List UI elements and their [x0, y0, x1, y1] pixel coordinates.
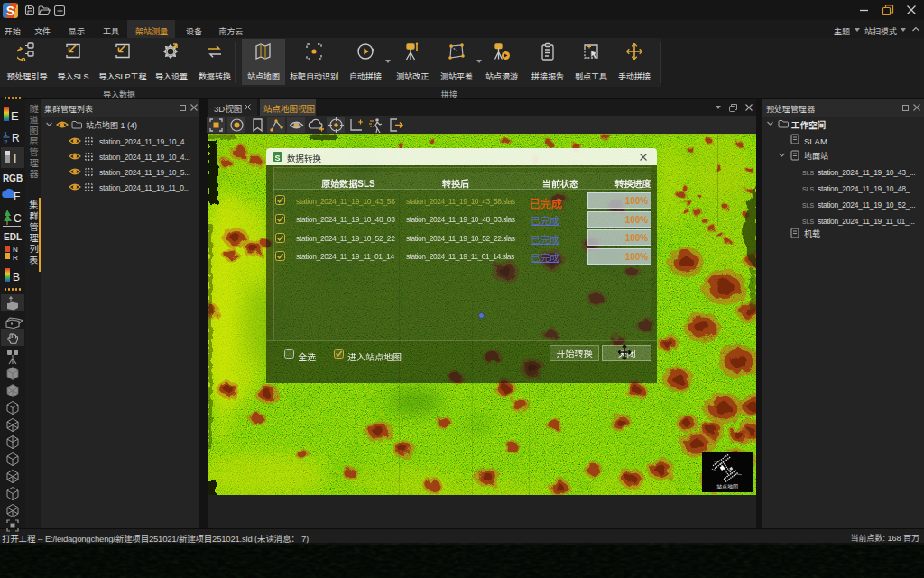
svg-text:N: N [13, 246, 18, 254]
svg-text:F: F [14, 191, 20, 203]
svg-text:R: R [12, 132, 20, 144]
svg-text:站点地图: 站点地图 [716, 482, 738, 490]
svg-text:2: 2 [4, 138, 8, 146]
svg-text:R: R [13, 254, 18, 262]
svg-text:B: B [13, 271, 20, 284]
svg-text:E: E [11, 109, 19, 123]
svg-text:C: C [14, 212, 22, 225]
svg-text:I: I [14, 153, 16, 165]
